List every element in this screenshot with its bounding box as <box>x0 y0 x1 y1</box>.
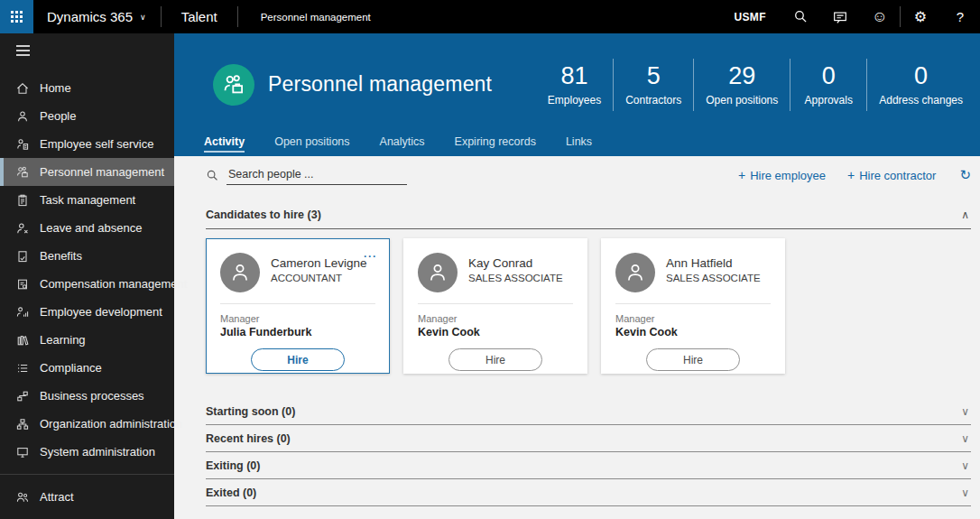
sidebar-divider <box>0 474 174 475</box>
manager-name: Kevin Cook <box>418 326 573 338</box>
search-icon <box>206 169 219 182</box>
card-divider <box>615 303 771 304</box>
workspace-header: Personnel management 81 Employees 5 Cont… <box>174 33 980 135</box>
people-attract-icon <box>15 490 30 505</box>
tab-bar: Activity Open positions Analytics Expiri… <box>174 135 980 156</box>
candidate-name: Kay Conrad <box>468 256 563 270</box>
main-area: Personnel management 81 Employees 5 Cont… <box>174 33 980 519</box>
sidebar-item-employee-self-service[interactable]: Employee self service <box>0 130 174 158</box>
stat-contractors[interactable]: 5 Contractors <box>614 62 693 107</box>
sidebar-item-compliance[interactable]: Compliance <box>0 354 174 382</box>
candidate-card[interactable]: Ann Hatfield SALES ASSOCIATE Manager Kev… <box>601 238 785 374</box>
candidate-cards: Cameron Levigne ACCOUNTANT ⋯ Manager Jul… <box>206 238 971 374</box>
candidate-name: Ann Hatfield <box>666 256 761 270</box>
section-exited[interactable]: Exited (0) ∨ <box>206 479 971 506</box>
tab-links[interactable]: Links <box>566 135 592 151</box>
sidebar-item-leave-and-absence[interactable]: Leave and absence <box>0 214 174 242</box>
sidebar-item-people[interactable]: People <box>0 102 174 130</box>
content-area: + Hire employee + Hire contractor ↻ Cand… <box>174 156 980 506</box>
current-page-label: Personnel management <box>238 0 393 33</box>
company-selector[interactable]: USMF <box>734 0 766 33</box>
page-title: Personnel management <box>268 72 492 97</box>
avatar <box>418 253 458 292</box>
app-name-link[interactable]: Talent <box>162 0 237 33</box>
section-candidates-to-hire[interactable]: Candidates to hire (3) ∧ <box>206 209 971 229</box>
sidebar-item-organization-administration[interactable]: Organization administration <box>0 410 174 438</box>
smiley-icon: ☺ <box>872 8 887 26</box>
refresh-icon[interactable]: ↻ <box>959 167 971 183</box>
gear-icon: ⚙ <box>914 8 927 25</box>
sidebar-item-benefits[interactable]: Benefits <box>0 242 174 270</box>
tab-analytics[interactable]: Analytics <box>380 135 425 151</box>
hire-button[interactable]: Hire <box>251 348 345 371</box>
app-launcher-button[interactable] <box>0 0 33 33</box>
hire-button[interactable]: Hire <box>646 348 740 371</box>
more-options-icon[interactable]: ⋯ <box>363 248 377 264</box>
org-icon <box>15 417 30 431</box>
stat-open-positions[interactable]: 29 Open positions <box>694 62 790 107</box>
candidate-role: SALES ASSOCIATE <box>468 273 563 283</box>
sidebar-item-learning[interactable]: Learning <box>0 326 174 354</box>
settings-button[interactable]: ⚙ <box>901 0 940 33</box>
sidebar-toggle-button[interactable] <box>0 33 174 68</box>
header-stats: 81 Employees 5 Contractors 29 Open posit… <box>536 59 980 111</box>
manager-label: Manager <box>418 313 573 324</box>
card-divider <box>418 303 573 304</box>
hire-employee-button[interactable]: + Hire employee <box>738 168 826 182</box>
manager-name: Julia Funderburk <box>220 326 375 338</box>
product-switcher[interactable]: Dynamics 365 ∨ <box>33 0 161 33</box>
chevron-down-icon: ∨ <box>961 459 971 472</box>
people-badge-icon <box>15 165 30 180</box>
toolbar: + Hire employee + Hire contractor ↻ <box>206 156 971 194</box>
tab-expiring-records[interactable]: Expiring records <box>455 135 536 151</box>
sidebar-item-compensation-management[interactable]: Compensation management <box>0 270 174 298</box>
person-chart-icon <box>15 305 30 320</box>
stat-approvals[interactable]: 0 Approvals <box>790 62 866 107</box>
stat-employees[interactable]: 81 Employees <box>536 62 613 107</box>
stat-address-changes[interactable]: 0 Address changes <box>867 62 975 107</box>
sidebar-item-personnel-management[interactable]: Personnel management <box>0 158 174 186</box>
card-divider <box>220 303 375 304</box>
doc-money-icon <box>15 277 30 292</box>
message-icon <box>832 9 848 25</box>
candidate-card[interactable]: Kay Conrad SALES ASSOCIATE Manager Kevin… <box>403 238 587 374</box>
chevron-down-icon: ∨ <box>961 487 971 499</box>
search-people-input[interactable] <box>227 165 407 185</box>
list-icon <box>15 361 30 375</box>
person-x-icon <box>15 221 30 236</box>
feedback-button[interactable] <box>820 0 860 33</box>
tab-activity[interactable]: Activity <box>204 135 245 153</box>
sidebar-item-employee-development[interactable]: Employee development <box>0 298 174 326</box>
help-button[interactable]: ? <box>940 0 980 33</box>
emoji-feedback-button[interactable]: ☺ <box>860 0 900 33</box>
avatar <box>220 253 260 292</box>
sidebar-item-business-processes[interactable]: Business processes <box>0 382 174 410</box>
search-button[interactable] <box>781 0 820 33</box>
hire-button[interactable]: Hire <box>448 348 542 371</box>
sidebar-item-home[interactable]: Home <box>0 74 174 102</box>
avatar <box>615 253 655 292</box>
sidebar-item-task-management[interactable]: Task management <box>0 186 174 214</box>
chevron-up-icon: ∧ <box>961 209 971 221</box>
person-icon <box>228 261 252 284</box>
person-doc-icon <box>15 137 30 152</box>
tab-open-positions[interactable]: Open positions <box>274 135 349 151</box>
candidate-card[interactable]: Cameron Levigne ACCOUNTANT ⋯ Manager Jul… <box>206 238 390 374</box>
section-exiting[interactable]: Exiting (0) ∨ <box>206 452 971 479</box>
workspace-avatar <box>213 64 254 106</box>
person-icon <box>624 261 647 284</box>
books-icon <box>15 333 30 348</box>
sidebar-item-attract[interactable]: Attract <box>0 483 174 511</box>
section-starting-soon[interactable]: Starting soon (0) ∨ <box>206 398 971 425</box>
product-name: Dynamics 365 <box>47 9 133 24</box>
sidebar-item-system-administration[interactable]: System administration <box>0 438 174 466</box>
help-icon: ? <box>957 9 964 24</box>
sidebar-nav: Home People Employee self service Person… <box>0 33 174 519</box>
candidate-role: ACCOUNTANT <box>271 273 367 283</box>
chevron-down-icon: ∨ <box>961 405 971 418</box>
search-icon <box>793 9 809 24</box>
collapsed-sections: Starting soon (0) ∨ Recent hires (0) ∨ E… <box>206 398 971 506</box>
section-recent-hires[interactable]: Recent hires (0) ∨ <box>206 425 971 452</box>
hire-contractor-button[interactable]: + Hire contractor <box>847 168 936 182</box>
sidebar-item-onboard[interactable]: Onboard <box>0 511 174 519</box>
